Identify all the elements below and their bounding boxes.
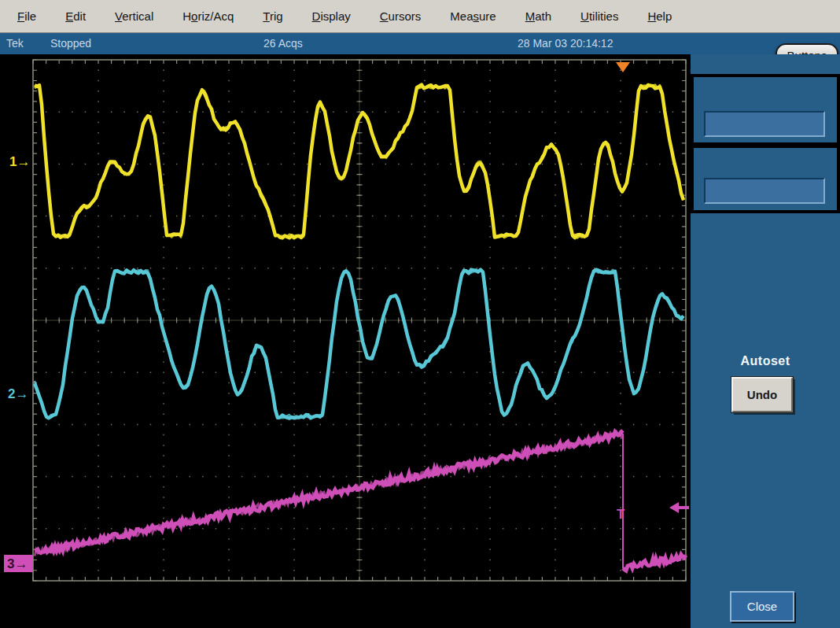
ch3-position-marker-label: 3→: [7, 556, 28, 571]
ch1-trace-fuzz: [35, 85, 683, 238]
readout-field-bottom[interactable]: [704, 178, 825, 204]
menu-trig[interactable]: Trig: [263, 9, 282, 23]
menu-edit[interactable]: Edit: [65, 9, 86, 23]
trigger-position-icon[interactable]: [616, 62, 630, 72]
autoset-label: Autoset: [691, 354, 840, 368]
brand-label: Tek: [6, 37, 24, 50]
menu-bar: FileEditVerticalHoriz/AcqTrigDisplayCurs…: [0, 0, 840, 33]
trigger-level-arrow-icon[interactable]: [669, 502, 679, 513]
control-sidebar: Autoset Undo Close: [691, 54, 840, 628]
trigger-point-icon: T: [617, 507, 625, 522]
waveform-display: 1→2→3→T: [0, 54, 691, 628]
menu-file[interactable]: File: [17, 9, 36, 23]
status-bar: Tek Stopped 26 Acqs 28 Mar 03 20:14:12: [0, 33, 840, 54]
menu-math[interactable]: Math: [525, 9, 551, 23]
ch3-trace-restart: [623, 555, 686, 571]
undo-button[interactable]: Undo: [731, 377, 793, 412]
ch2-position-marker[interactable]: 2→: [8, 386, 28, 401]
close-button[interactable]: Close: [730, 591, 794, 622]
menu-display[interactable]: Display: [312, 9, 351, 23]
trigger-level-arrow-shaft: [679, 506, 689, 509]
acquisition-count: 26 Acqs: [263, 37, 303, 50]
menu-help[interactable]: Help: [647, 9, 672, 23]
menu-measure[interactable]: Measure: [450, 9, 496, 23]
menu-vertical[interactable]: Vertical: [115, 9, 153, 23]
menu-horizacq[interactable]: Horiz/Acq: [182, 9, 234, 23]
datetime-label: 28 Mar 03 20:14:12: [518, 37, 613, 50]
readout-field-top[interactable]: [704, 111, 825, 137]
oscilloscope-screen: FileEditVerticalHoriz/AcqTrigDisplayCurs…: [0, 0, 840, 628]
menu-cursors[interactable]: Cursors: [380, 9, 422, 23]
ch1-position-marker[interactable]: 1→: [9, 154, 30, 169]
menu-utilities[interactable]: Utilities: [580, 9, 618, 23]
ch1-trace: [35, 85, 683, 238]
acquisition-state: Stopped: [50, 37, 91, 50]
waveform-area: 1→2→3→T Ch1 1.0V Ω Ch2 1.0V Ω M 400ns 2.…: [0, 54, 691, 628]
ch2-trace: [35, 270, 683, 419]
